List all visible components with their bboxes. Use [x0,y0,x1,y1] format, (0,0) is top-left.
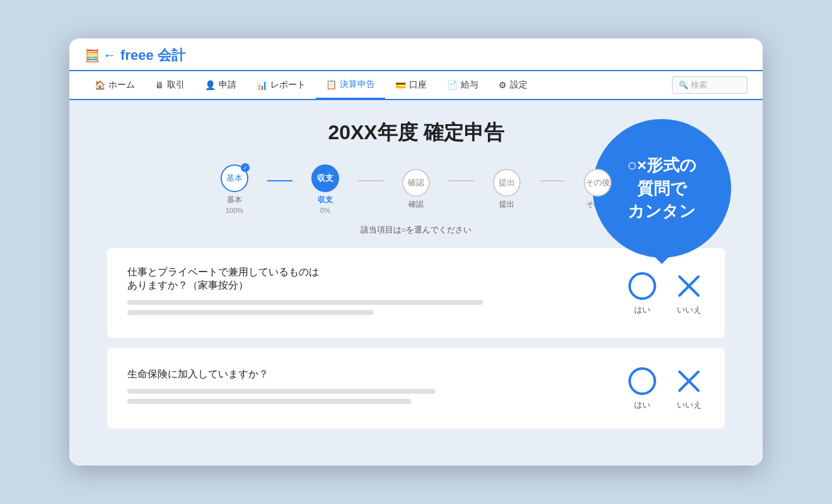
question-right-1: はい いいえ [627,270,705,316]
step-label-confirm-text: 確認 [408,177,424,188]
connector-income-confirm [358,180,383,181]
question-line-1b [127,310,374,315]
nav-bar: 🏠 ホーム 🖥 取引 👤 申請 📊 レポート 📋 決算申告 💳 口座 📄 給与 [69,71,763,100]
question-line-1a [127,300,483,305]
connector-confirm-submit [449,180,474,181]
question-card-2: 生命保険に加入していますか？ はい いいえ [107,348,725,428]
search-box[interactable]: 🔍 検索 [672,76,748,94]
step-label-after-text: その後 [586,177,610,188]
no-label-1: いいえ [677,304,702,316]
callout-line3: カンタン [628,200,696,222]
steps-inner: 基本 ✓ 基本 100% 収支 収支 0% [202,164,630,214]
step-label-income: 収支 [318,195,333,205]
question-right-2: はい いいえ [627,365,705,411]
nav-label-reports: レポート [270,79,306,91]
answer-no-1[interactable]: いいえ [673,270,705,316]
transactions-icon: 🖥 [155,80,164,90]
nav-item-salary[interactable]: 📄 給与 [437,72,488,98]
step-check-basic: ✓ [241,163,250,172]
answer-yes-1[interactable]: はい [627,270,658,316]
step-label-submit-text: 提出 [499,177,515,188]
callout-line2: 質問で [637,177,687,200]
nav-item-reports[interactable]: 📊 レポート [246,72,316,98]
step-income[interactable]: 収支 収支 0% [292,164,358,214]
nav-item-transactions[interactable]: 🖥 取引 [145,72,195,98]
question-line-2b [127,399,412,404]
step-circle-submit: 提出 [493,169,521,197]
logo-icon: 🧮 [84,48,100,63]
nav-label-transactions: 取引 [167,79,185,91]
question-left-2: 生命保険に加入していますか？ [127,368,601,409]
connector-submit-after [540,180,565,181]
question-title-1: 仕事とプライベートで兼用しているものはありますか？（家事按分） [127,266,601,292]
nav-item-settings[interactable]: ⚙ 設定 [488,72,538,98]
step-submit[interactable]: 提出 提出 [474,169,540,210]
yes-label-1: はい [634,304,650,316]
logo: 🧮 ← freee 会計 [84,46,185,65]
account-icon: 💳 [395,80,406,90]
step-confirm[interactable]: 確認 確認 [383,169,449,210]
nav-item-home[interactable]: 🏠 ホーム [84,72,145,98]
logo-area: 🧮 ← freee 会計 [84,38,748,70]
main-content: ○×形式の 質問で カンタン 20XX年度 確定申告 基本 ✓ 基本 100% [69,100,763,466]
tax-icon: 📋 [326,79,337,89]
answer-no-2[interactable]: いいえ [673,365,705,411]
step-percent-basic: 100% [226,207,243,214]
nav-item-tax[interactable]: 📋 決算申告 [316,71,385,99]
step-label-income-text: 収支 [317,173,333,184]
yes-circle-icon-1 [627,270,658,302]
settings-icon: ⚙ [499,80,507,90]
step-circle-after: その後 [584,169,611,197]
search-placeholder: 検索 [691,79,707,91]
question-card-1: 仕事とプライベートで兼用しているものはありますか？（家事按分） はい いいえ [107,248,725,338]
nav-item-account[interactable]: 💳 口座 [385,72,437,98]
logo-text: ← freee 会計 [103,46,185,65]
applications-icon: 👤 [205,80,216,90]
step-percent-income: 0% [320,207,330,214]
no-label-2: いいえ [677,399,702,411]
nav-label-salary: 給与 [461,79,478,91]
step-label-basic-text: 基本 [226,173,243,184]
nav-label-applications: 申請 [219,79,236,91]
question-line-2a [127,389,436,394]
step-label-confirm: 確認 [408,199,424,210]
salary-icon: 📄 [447,80,458,90]
nav-label-tax: 決算申告 [340,79,375,90]
callout-line1: ○×形式の [627,154,696,176]
yes-label-2: はい [634,399,650,411]
step-circle-confirm: 確認 [402,169,430,197]
step-circle-income: 収支 [311,164,339,192]
nav-label-settings: 設定 [510,79,528,91]
answer-yes-2[interactable]: はい [627,365,658,411]
callout-bubble: ○×形式の 質問で カンタン [592,119,731,258]
search-icon: 🔍 [679,81,688,89]
nav-label-home: ホーム [108,79,135,91]
step-circle-basic: 基本 ✓ [221,164,248,192]
svg-point-3 [630,369,655,394]
home-icon: 🏠 [95,80,105,90]
no-x-icon-2 [673,365,705,397]
svg-point-0 [630,273,655,299]
reports-icon: 📊 [257,80,267,90]
yes-circle-icon-2 [627,365,658,397]
top-bar: 🧮 ← freee 会計 [69,38,763,71]
question-title-2: 生命保険に加入していますか？ [127,368,601,381]
no-x-icon-1 [673,270,705,302]
browser-window: 🧮 ← freee 会計 🏠 ホーム 🖥 取引 👤 申請 📊 レポート 📋 決算… [69,38,763,466]
step-label-basic: 基本 [227,195,242,205]
question-left-1: 仕事とプライベートで兼用しているものはありますか？（家事按分） [127,266,601,320]
connector-basic-income [267,180,292,181]
nav-item-applications[interactable]: 👤 申請 [195,72,246,98]
step-label-submit: 提出 [499,199,514,210]
step-basic[interactable]: 基本 ✓ 基本 100% [202,164,267,214]
nav-label-account: 口座 [409,79,427,91]
